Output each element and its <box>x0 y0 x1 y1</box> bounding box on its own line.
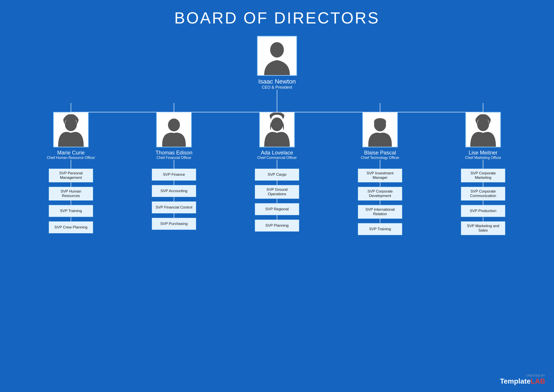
svg-point-1 <box>270 42 284 58</box>
templatelab-logo: TemplateLAB <box>500 377 545 385</box>
svp-box-lise-meitner-2: SVP Production <box>461 205 505 217</box>
director-col-ada-lovelace: Ada LovelaceChief Commercial OfficerSVP … <box>239 103 315 231</box>
svp-box-marie-curie-2: SVP Training <box>49 205 93 217</box>
svp-vline-marie-curie-0 <box>71 182 71 187</box>
svp-box-blaise-pascal-2: SVP International Relation <box>358 205 402 219</box>
svp-vline-blaise-pascal-1 <box>380 201 380 205</box>
ceo-name: Isaac Newton <box>258 78 296 85</box>
svp-chain-lise-meitner: SVP Corporate MarketingSVP Corporate Com… <box>461 169 505 235</box>
svp-box-marie-curie-0: SVP Personal Management <box>49 169 93 182</box>
vline-lise-meitner <box>483 160 483 169</box>
ceo-title: CEO & President <box>262 85 292 90</box>
directors-row: Marie CurieChief Human Resource OfficerS… <box>33 103 521 235</box>
ceo-connector: Isaac Newton CEO & President <box>257 36 297 103</box>
vline-ada-lovelace <box>277 160 277 169</box>
svp-vline-ada-lovelace-2 <box>277 215 277 220</box>
template-text: Template <box>500 377 531 385</box>
vline-marie-curie <box>71 160 71 169</box>
title-lise-meitner: Chief Marketing Officer <box>465 156 501 160</box>
svp-box-marie-curie-1: SVP Human Resources <box>49 187 93 201</box>
vline-blaise-pascal <box>380 160 380 169</box>
top-stub-blaise-pascal <box>380 103 380 112</box>
svp-vline-blaise-pascal-0 <box>380 182 380 187</box>
created-by-label: CREATED BY <box>526 374 545 377</box>
lab-text: LAB <box>531 377 545 385</box>
avatar-marie-curie <box>53 112 89 147</box>
avatar-thomas-edison <box>156 112 192 147</box>
svp-box-blaise-pascal-1: SVP Corporate Development <box>358 187 402 201</box>
svp-vline-thomas-edison-2 <box>174 213 174 218</box>
svp-box-blaise-pascal-0: SVP Investment Manager <box>358 169 402 182</box>
svp-box-ada-lovelace-0: SVP Cargo <box>255 169 299 181</box>
svg-point-3 <box>65 118 77 131</box>
vline-thomas-edison <box>174 160 174 169</box>
org-chart: Isaac Newton CEO & President Marie Curie… <box>4 36 550 235</box>
svp-vline-marie-curie-1 <box>71 201 71 205</box>
ceo-block: Isaac Newton CEO & President <box>257 36 297 90</box>
svp-box-ada-lovelace-2: SVP Regional <box>255 203 299 215</box>
svp-vline-ada-lovelace-1 <box>277 199 277 203</box>
svp-box-lise-meitner-0: SVP Corporate Marketing <box>461 169 505 182</box>
svp-chain-thomas-edison: SVP FinanceSVP AccountingSVP Financial C… <box>152 169 196 230</box>
svp-box-lise-meitner-1: SVP Corporate Communication <box>461 187 505 201</box>
director-col-marie-curie: Marie CurieChief Human Resource OfficerS… <box>33 103 109 233</box>
directors-layout: Marie CurieChief Human Resource OfficerS… <box>33 103 521 235</box>
svp-chain-ada-lovelace: SVP CargoSVP Ground OperationsSVP Region… <box>255 169 299 231</box>
svp-vline-ada-lovelace-0 <box>277 181 277 185</box>
ceo-vline <box>277 90 277 103</box>
top-stub-ada-lovelace <box>277 103 277 112</box>
svp-box-thomas-edison-0: SVP Finance <box>152 169 196 181</box>
svp-vline-lise-meitner-2 <box>483 217 483 221</box>
svp-box-ada-lovelace-1: SVP Ground Operations <box>255 185 299 199</box>
director-col-thomas-edison: Thomas EdisonChief Financial OfficerSVP … <box>136 103 212 230</box>
title-ada-lovelace: Chief Commercial Officer <box>257 156 297 160</box>
svp-box-thomas-edison-1: SVP Accounting <box>152 185 196 197</box>
svg-point-5 <box>168 119 180 131</box>
avatar-blaise-pascal <box>362 112 398 147</box>
svp-box-thomas-edison-3: SVP Purchasing <box>152 218 196 230</box>
svp-box-thomas-edison-2: SVP Financial Control <box>152 201 196 213</box>
avatar-lise-meitner <box>465 112 501 147</box>
directors-row-container: Marie CurieChief Human Resource OfficerS… <box>33 103 521 235</box>
svp-box-lise-meitner-3: SVP Marketing and Sales <box>461 221 505 235</box>
title-thomas-edison: Chief Financial Officer <box>156 156 191 160</box>
avatar-ada-lovelace <box>259 112 295 147</box>
title-marie-curie: Chief Human Resource Officer <box>47 156 95 160</box>
svp-vline-marie-curie-2 <box>71 217 71 221</box>
watermark: CREATED BY TemplateLAB <box>500 374 545 385</box>
name-marie-curie: Marie Curie <box>57 150 85 156</box>
name-ada-lovelace: Ada Lovelace <box>261 150 293 156</box>
name-thomas-edison: Thomas Edison <box>155 150 193 156</box>
svp-vline-thomas-edison-1 <box>174 197 174 201</box>
top-stub-marie-curie <box>71 103 71 112</box>
top-stub-thomas-edison <box>174 103 174 112</box>
svp-box-marie-curie-3: SVP Crew Planning <box>49 221 93 233</box>
svp-vline-lise-meitner-0 <box>483 182 483 187</box>
svp-chain-blaise-pascal: SVP Investment ManagerSVP Corporate Deve… <box>358 169 402 235</box>
svp-box-blaise-pascal-3: SVP Training <box>358 223 402 235</box>
top-stub-lise-meitner <box>483 103 483 112</box>
director-col-blaise-pascal: Blaise PascalChief Technology OfficerSVP… <box>342 103 418 235</box>
svp-vline-lise-meitner-1 <box>483 201 483 205</box>
svp-box-ada-lovelace-3: SVP Planning <box>255 220 299 231</box>
name-lise-meitner: Lise Meitner <box>469 150 498 156</box>
page-title: BOARD OF DIRECTORS <box>174 9 380 27</box>
svp-chain-marie-curie: SVP Personal ManagementSVP Human Resourc… <box>49 169 93 233</box>
svg-point-7 <box>271 118 283 131</box>
ceo-avatar <box>257 36 297 76</box>
svp-vline-thomas-edison-0 <box>174 181 174 185</box>
svg-point-11 <box>477 118 489 131</box>
title-blaise-pascal: Chief Technology Officer <box>361 156 399 160</box>
director-col-lise-meitner: Lise MeitnerChief Marketing OfficerSVP C… <box>445 103 521 235</box>
directors-hline <box>71 112 483 112</box>
name-blaise-pascal: Blaise Pascal <box>364 150 396 156</box>
svp-vline-blaise-pascal-2 <box>380 219 380 223</box>
